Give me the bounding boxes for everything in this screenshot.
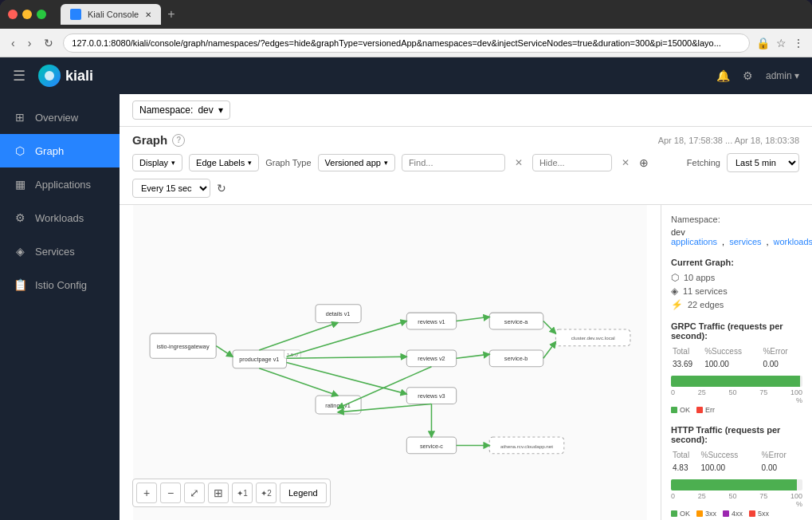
tab-favicon bbox=[70, 9, 81, 20]
http-col-success: %Success bbox=[701, 451, 760, 461]
http-traffic-table: Total %Success %Error 4.83 100.00 0.00 bbox=[671, 449, 802, 475]
new-tab-button[interactable]: + bbox=[161, 4, 181, 25]
grpc-bar-axis: 0255075100 bbox=[671, 388, 802, 396]
grpc-col-success: %Success bbox=[704, 347, 761, 357]
sidebar-label-istio-config: Istio Config bbox=[35, 279, 87, 291]
content-area: Namespace: dev ▾ Graph ? Apr 18, 17:58:3… bbox=[120, 94, 812, 520]
find-clear-icon[interactable]: ✕ bbox=[512, 157, 526, 168]
http-legend-3xx: 3xx bbox=[696, 510, 716, 518]
hide-clear-icon[interactable]: ✕ bbox=[618, 157, 633, 168]
bell-icon[interactable]: 🔔 bbox=[716, 69, 730, 82]
graph-canvas: istio-ingressgateway productpage v1 1.5.… bbox=[120, 205, 661, 520]
graph-title: Graph ? bbox=[132, 133, 185, 147]
admin-menu[interactable]: admin ▾ bbox=[766, 70, 799, 81]
http-val-success: 100.00 bbox=[701, 463, 760, 473]
route-options-icon[interactable]: ⊕ bbox=[639, 156, 649, 169]
settings-icon[interactable]: ⚙ bbox=[743, 69, 753, 82]
back-button[interactable]: ‹ bbox=[8, 35, 18, 51]
tab-close-icon[interactable]: ✕ bbox=[145, 10, 151, 19]
layout-button[interactable]: ⊞ bbox=[208, 483, 229, 503]
hamburger-icon[interactable]: ☰ bbox=[13, 67, 25, 85]
sidebar-item-graph[interactable]: ⬡ Graph bbox=[0, 134, 120, 167]
namespace-label: Namespace: bbox=[139, 104, 193, 116]
istio-config-icon: 📋 bbox=[13, 278, 27, 292]
grpc-ok-label: OK bbox=[680, 406, 690, 414]
edges-stat-value: 22 edges bbox=[688, 300, 724, 309]
http-val-total: 4.83 bbox=[673, 463, 700, 473]
zoom-in-button[interactable]: + bbox=[136, 483, 157, 503]
legend-button[interactable]: Legend bbox=[280, 483, 327, 503]
sidebar-item-services[interactable]: ◈ Services bbox=[0, 234, 120, 268]
applications-icon: ▦ bbox=[13, 177, 27, 191]
find-input[interactable] bbox=[402, 154, 505, 171]
forward-button[interactable]: › bbox=[25, 35, 35, 51]
services-stat: ◈ 11 services bbox=[671, 286, 802, 297]
grpc-col-total: Total bbox=[673, 347, 703, 357]
namespace-selector[interactable]: Namespace: dev ▾ bbox=[132, 100, 230, 120]
grpc-traffic-table: Total %Success %Error 33.69 100.00 0.00 bbox=[671, 345, 802, 371]
services-link[interactable]: services bbox=[729, 237, 761, 246]
grpc-bar-ok bbox=[671, 376, 800, 387]
grpc-traffic-title: GRPC Traffic (requests per second): bbox=[671, 321, 802, 341]
edge-labels-label: Edge Labels bbox=[196, 158, 245, 167]
display-label: Display bbox=[139, 158, 168, 167]
http-ok-label: OK bbox=[680, 510, 690, 518]
interval-select[interactable]: Every 15 sec Every 30 sec Every 1 min bbox=[132, 179, 210, 198]
sidebar-label-overview: Overview bbox=[35, 112, 78, 124]
namespace-section-value: dev bbox=[671, 227, 802, 237]
http-4xx-label: 4xx bbox=[732, 510, 743, 518]
kiali-logo: kiali bbox=[38, 65, 93, 87]
more-icon[interactable]: ⋮ bbox=[793, 37, 804, 49]
services-stat-icon: ◈ bbox=[671, 286, 678, 297]
svg-text:service-c: service-c bbox=[420, 443, 443, 450]
address-bar[interactable] bbox=[63, 33, 750, 53]
http-traffic-section: HTTP Traffic (requests per second): Tota… bbox=[671, 425, 802, 518]
svg-text:details v1: details v1 bbox=[326, 310, 351, 317]
http-bar-ok bbox=[671, 479, 797, 490]
http-3xx-label: 3xx bbox=[705, 510, 716, 518]
services-icon: ◈ bbox=[13, 244, 27, 258]
layout-2-button[interactable]: ✦2 bbox=[256, 483, 277, 503]
http-legend-4xx: 4xx bbox=[723, 510, 743, 518]
fit-button[interactable]: ⤢ bbox=[184, 483, 205, 503]
applications-link[interactable]: applications bbox=[671, 237, 717, 246]
sidebar-item-overview[interactable]: ⊞ Overview bbox=[0, 100, 120, 134]
active-tab[interactable]: Kiali Console ✕ bbox=[61, 4, 161, 25]
edge-labels-button[interactable]: Edge Labels ▾ bbox=[189, 154, 259, 171]
layout-1-button[interactable]: ✦1 bbox=[232, 483, 253, 503]
sidebar-item-workloads[interactable]: ⚙ Workloads bbox=[0, 201, 120, 234]
maximize-button[interactable] bbox=[37, 10, 46, 19]
svg-text:reviews v1: reviews v1 bbox=[418, 318, 445, 325]
refresh-icon[interactable]: ↻ bbox=[217, 182, 226, 195]
http-legend-ok: OK bbox=[671, 510, 690, 518]
zoom-out-button[interactable]: − bbox=[160, 483, 181, 503]
tab-bar: Kiali Console ✕ + bbox=[61, 4, 804, 25]
sidebar-label-applications: Applications bbox=[35, 179, 91, 191]
svg-text:reviews v3: reviews v3 bbox=[418, 392, 445, 400]
hide-input[interactable] bbox=[532, 154, 612, 171]
display-button[interactable]: Display ▾ bbox=[132, 154, 182, 171]
browser-nav: ‹ › ↻ 🔒 ☆ ⋮ bbox=[0, 29, 812, 57]
minimize-button[interactable] bbox=[22, 10, 32, 19]
reload-button[interactable]: ↻ bbox=[41, 35, 57, 51]
side-panel: Namespace: dev applications, services, w… bbox=[661, 205, 812, 520]
graph-icon: ⬡ bbox=[13, 144, 27, 158]
sidebar-item-applications[interactable]: ▦ Applications bbox=[0, 167, 120, 201]
workloads-link[interactable]: workloads bbox=[774, 237, 812, 246]
graph-type-selector[interactable]: Versioned app ▾ bbox=[318, 154, 395, 171]
sidebar-item-istio-config[interactable]: 📋 Istio Config bbox=[0, 268, 120, 301]
namespace-section: Namespace: dev applications, services, w… bbox=[671, 215, 802, 246]
namespace-bar: Namespace: dev ▾ bbox=[120, 94, 812, 127]
edges-stat-icon: ⚡ bbox=[671, 299, 683, 310]
svg-text:service-b: service-b bbox=[504, 355, 528, 362]
workloads-icon: ⚙ bbox=[13, 211, 27, 225]
help-icon[interactable]: ? bbox=[172, 134, 185, 147]
last-time-select[interactable]: Last 5 min Last 10 min Last 30 min bbox=[727, 153, 799, 172]
graph-type-chevron: ▾ bbox=[384, 159, 388, 167]
star-icon[interactable]: ☆ bbox=[776, 37, 787, 49]
browser-title-bar: Kiali Console ✕ + bbox=[0, 0, 812, 29]
http-bar-axis: 0255075100 bbox=[671, 492, 802, 500]
close-button[interactable] bbox=[8, 10, 18, 19]
http-bar-chart: 0255075100 % OK bbox=[671, 479, 802, 518]
top-nav-right: 🔔 ⚙ admin ▾ bbox=[716, 69, 799, 82]
